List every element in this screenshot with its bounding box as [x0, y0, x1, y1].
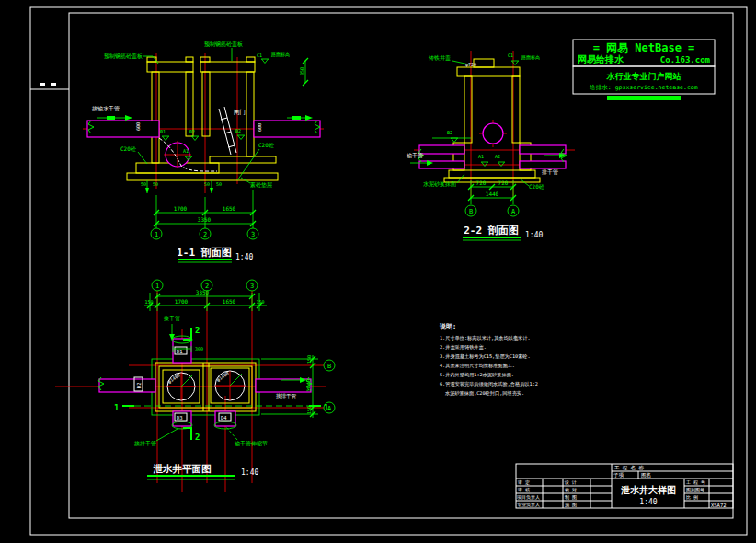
tb-col-draft: 制 图 — [565, 494, 577, 501]
s22-in-label: 输干管 — [407, 152, 423, 159]
plan-sec1-left: 1 — [114, 403, 119, 412]
tb-row1-label: 审 定 — [518, 479, 530, 486]
notes-line-6: 6.管道安装完毕后须做闭水试验,合格后以1:2 — [440, 381, 538, 387]
tb-row2-label: 审 核 — [518, 487, 530, 492]
s11-dim-50-c: 50 — [204, 181, 210, 187]
s11-b2-marker: B2 — [189, 129, 195, 134]
brand-title: = 网易 NetBase = — [593, 41, 695, 54]
s22-dim-1440: 1440 — [486, 191, 499, 197]
plan-dim-1650: 1650 — [223, 298, 236, 305]
plan-axis-3: 3 — [250, 283, 254, 290]
tb-fig-label: 图名 — [641, 472, 651, 479]
s22-phi720: φ720 — [465, 62, 476, 68]
s11-road-label: 路面标高 — [271, 52, 290, 58]
s22-road-label: 路面标高 — [521, 54, 540, 61]
s22-a2-marker: A2 — [495, 154, 500, 159]
plan-dim-150t: 150 — [306, 355, 312, 364]
title-block: 工 程 名 称 子项 图名 审 定 审 核 项目负责人 专业负责人 设 计 校 … — [516, 464, 733, 508]
s11-cushion-label: 素砼垫层 — [250, 181, 272, 189]
tb-sub-label: 子项 — [613, 472, 624, 478]
s22-cover-label: 铸铁井盖 — [428, 54, 451, 61]
plan-dim-3350: 3350 — [196, 289, 210, 295]
notes: 说明: 1.尺寸单位:标高以米计,其余均以毫米计. 2.井盖采用铸铁井盖. 3.… — [439, 323, 538, 397]
plan-walls: φ1400 φ1400 — [152, 359, 259, 415]
plan-top-label: 接干管 — [164, 315, 180, 322]
s22-c1-marker: C1 — [508, 52, 513, 58]
plan-dims-top: 3350 150 1700 1650 150 1 2 3 — [144, 280, 267, 311]
s11-dim-3350: 3350 — [198, 216, 212, 223]
s11-pipe-dim-left: 600 — [135, 122, 141, 131]
section-1-1: 闸门 接输水干管 600 600 预制钢筋砼盖板 预制钢筋砼盖板 C1 路面标高… — [83, 40, 324, 262]
plan-title: 泄水井平面图 1:40 — [147, 463, 258, 479]
notes-line-1: 1.尺寸单位:标高以米计,其余均以毫米计. — [440, 335, 531, 341]
s22-out-label: 排干管 — [542, 168, 558, 176]
brand-line3: 水行业专业门户网站 — [606, 72, 682, 81]
brand-right: Co.163.com — [660, 55, 711, 64]
tb-right3-label: 比 例 — [686, 494, 698, 501]
plan-scale: 1:40 — [241, 468, 258, 477]
plan-dim-150b: 150 — [306, 406, 312, 414]
plan-axis-2: 2 — [205, 283, 209, 290]
s11-dim-50-d: 50 — [216, 181, 222, 187]
notes-line-3: 3.井身混凝土标号为C15,垫层为C10素砼. — [440, 353, 531, 360]
s11-cover-label-1: 预制钢筋砼盖板 — [104, 52, 143, 60]
s22-axis-b: B — [469, 208, 473, 215]
cad-sheet: = 网易 NetBase = 网易给排水 Co.163.com 水行业专业门户网… — [0, 0, 756, 543]
s11-gate-label: 闸门 — [234, 109, 246, 116]
plan-br-label: 输干管伸缩节 — [235, 440, 268, 447]
tb-project-label: 工 程 名 称 — [614, 465, 644, 471]
plan-d4-label: D4 — [221, 415, 227, 421]
s11-dim-1650: 1650 — [223, 205, 236, 212]
s11-c1-marker: C1 — [257, 52, 262, 58]
notes-line-2: 2.井盖采用铸铁井盖. — [440, 344, 487, 351]
plan-dim-150l: 150 — [144, 299, 153, 305]
notes-line-7: 水泥砂浆抹面,C20砼封口,回填夯实. — [445, 390, 524, 397]
s22-dims: 720 720 1440 B A — [465, 179, 519, 216]
plan-dim-1700: 1700 — [175, 298, 189, 305]
s22-title: 2-2 剖面图 1:40 — [463, 225, 543, 240]
s11-a1-marker: A1 — [183, 148, 189, 154]
s22-c20-label: C20砼 — [529, 183, 545, 191]
s11-inlet-label: 接输水干管 — [92, 105, 120, 112]
s11-pipe-dim-right: 600 — [257, 123, 262, 132]
brand-line4: 给排水: gpsxservice.netease.com — [589, 84, 697, 91]
s22-dim-720b: 720 — [498, 179, 509, 186]
tb-drawing-no: XSA72 — [711, 503, 727, 508]
plan-axis-a: A — [327, 405, 332, 412]
s11-c20-left: C20砼 — [120, 145, 137, 153]
s22-dim-720a: 720 — [476, 179, 487, 186]
plan-sec2-top: 2 — [195, 326, 200, 335]
s22-a1-marker: A1 — [478, 154, 484, 159]
plan-d3-label: D3 — [177, 415, 183, 421]
s11-axis-3: 3 — [251, 231, 255, 238]
section-2-2: φ720 铸铁井盖 C1 路面标高 B2 A1 A2 输干管 排干管 水泥砂浆抹… — [407, 51, 575, 240]
s22-title-text: 2-2 剖面图 — [464, 225, 519, 237]
s22-pipes — [418, 123, 567, 168]
s11-title: 1-1 剖面图 1:40 — [177, 247, 253, 262]
plan-phi1400-left: φ1400 — [166, 372, 181, 385]
plan-phi1400-right: φ1400 — [215, 370, 230, 383]
plan-axis-b: B — [327, 363, 331, 370]
plan-d2-label: D2 — [136, 382, 142, 388]
s11-side-dim: 850 — [299, 67, 304, 75]
s11-axis-2: 2 — [203, 231, 207, 238]
s11-b2r-marker: B2 — [235, 128, 241, 133]
plan-dim-150r: 150 — [256, 299, 264, 305]
tb-right2-label: 图别图号 — [686, 487, 704, 493]
s11-dim-50-a: 50 — [141, 181, 146, 187]
plan-dim-1440: 1440 — [305, 378, 312, 392]
plan-d1-label: D1 — [177, 349, 183, 354]
notes-line-5: 5.井内外壁均用1:2水泥砂浆抹面. — [440, 372, 514, 378]
tb-row3-label: 项目负责人 — [516, 494, 540, 501]
notes-heading: 说明: — [439, 323, 456, 330]
plan-view: φ1400 φ1400 D1 D2 D3 D4 — [55, 280, 335, 492]
s11-b1-marker: B1 — [160, 129, 166, 134]
tb-col-design: 设 计 — [564, 479, 577, 485]
s11-dim-50-b: 50 — [153, 181, 158, 187]
s11-scale: 1:40 — [235, 253, 253, 261]
plan-sec2-bottom: 2 — [195, 433, 200, 442]
brand-underline-bar — [607, 96, 681, 100]
plan-dim-300: 300 — [195, 346, 203, 352]
plan-axis-1: 1 — [155, 283, 159, 290]
s11-walls — [127, 57, 278, 180]
